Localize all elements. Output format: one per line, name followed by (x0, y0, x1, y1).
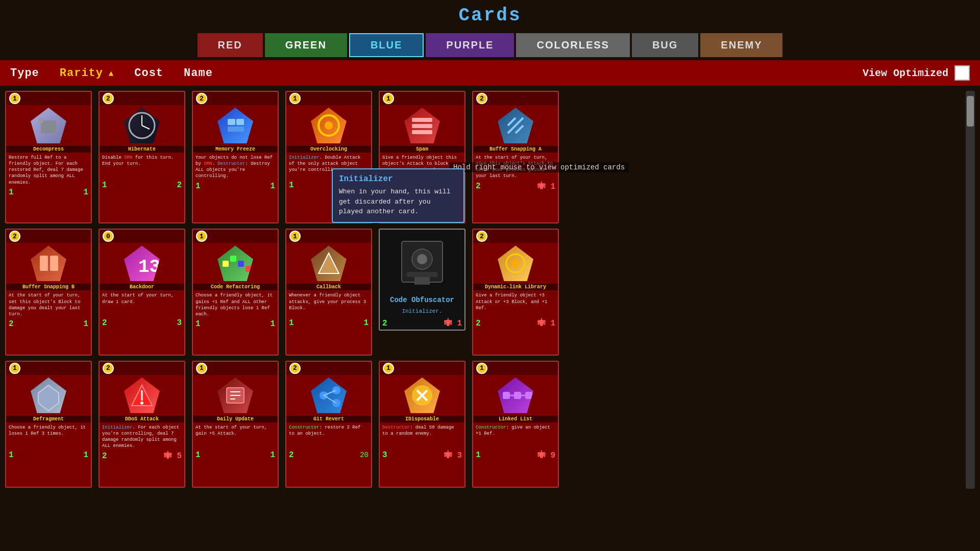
name-defragment: Defragment (6, 416, 91, 422)
filter-type[interactable]: Type (10, 67, 39, 80)
name-spam: Spam (380, 146, 464, 153)
svg-rect-1 (38, 118, 43, 123)
desc-hibernate: Disable SMN for this turn. End your turn… (100, 153, 184, 181)
svg-rect-22 (407, 272, 437, 277)
svg-point-23 (417, 254, 427, 264)
svg-rect-7 (228, 127, 244, 132)
card-hibernate[interactable]: 2 Hibernate Disable SMN for this turn. E… (99, 91, 185, 223)
name-code-obfuscator: Code Obfuscator (380, 294, 464, 306)
card-decompress[interactable]: 1 Decompress Restore full Ref to a frien… (5, 91, 92, 223)
desc-code-obfuscator: Initializer. (380, 306, 464, 318)
svg-rect-13 (40, 256, 48, 271)
card-idisposable[interactable]: 1 IDisposable Destructor: deal 50 damage… (379, 361, 465, 488)
card-code-refactoring[interactable]: 1 Code Refactoring Choose a friendly obj… (192, 229, 279, 355)
card-buffer-snap-a[interactable]: 2 Buffer Snapping A At the start of your… (472, 91, 559, 223)
cost-backdoor: 0 (103, 231, 114, 242)
name-buffer-snap-a: Buffer Snapping A (473, 146, 558, 153)
cost-buffer-snap-a: 2 (476, 93, 487, 104)
card-git-revert[interactable]: 2 Git Revert Constructor: restore 2 Ref … (285, 361, 372, 488)
card-defragment[interactable]: 1 Defragment Choose a friendly object, i… (5, 361, 92, 488)
cost-overclocking: 1 (289, 93, 301, 104)
name-git-revert: Git Revert (286, 416, 371, 422)
desc-git-revert: Constructor: restore 2 Ref to an object. (286, 422, 371, 450)
svg-rect-16 (223, 261, 229, 267)
svg-point-9 (325, 121, 333, 130)
desc-code-refactoring: Choose a friendly object, it gains +1 Re… (193, 290, 278, 319)
cost-code-refactoring: 1 (196, 231, 207, 242)
cost-git-revert: 2 (289, 363, 301, 374)
name-callback: Callback (286, 284, 371, 290)
page-title: Cards (0, 0, 980, 30)
card-code-obfuscator[interactable]: Code Obfuscator Initializer. 2 🕷 1 (379, 229, 465, 331)
card-backdoor[interactable]: 0 13 Backdoor At the start of your turn,… (99, 229, 185, 355)
name-memory-freeze: Memory Freeze (193, 146, 278, 153)
initializer-tooltip: Initializer When in your hand, this will… (332, 168, 464, 223)
name-dll: Dynamic-link Library (473, 284, 558, 290)
desc-idisposable: Destructor: deal 50 damage to a random e… (380, 422, 464, 450)
svg-rect-11 (412, 124, 432, 128)
card-daily-update[interactable]: 1 Daily Update At the start of your turn… (192, 361, 279, 488)
view-optimized-toggle[interactable] (954, 65, 970, 81)
hint-bar: Hold right mouse to view optimized cards (449, 162, 629, 172)
svg-line-4 (142, 126, 150, 129)
name-idisposable: IDisposable (380, 416, 464, 422)
tab-bug[interactable]: BUG (632, 33, 698, 57)
cost-buffer-snap-b: 2 (9, 231, 20, 242)
cost-linked-list: 1 (476, 363, 487, 374)
desc-linked-list: Constructor: give an object +1 Ref. (473, 422, 558, 450)
name-backdoor: Backdoor (100, 284, 184, 290)
cost-spam: 1 (383, 93, 394, 104)
filter-name[interactable]: Name (184, 67, 213, 80)
svg-rect-18 (238, 261, 244, 267)
filter-cost[interactable]: Cost (134, 67, 163, 80)
name-code-refactoring: Code Refactoring (193, 284, 278, 290)
svg-rect-43 (525, 392, 532, 399)
desc-decompress: Restore full Ref to a friendly object. F… (6, 153, 91, 188)
tab-colorless[interactable]: COLORLESS (516, 33, 629, 57)
tooltip-title: Initializer (339, 174, 457, 184)
cost-dll: 2 (476, 231, 487, 242)
tooltip-text: When in your hand, this will get discard… (339, 187, 457, 217)
scrollbar[interactable] (966, 91, 975, 489)
svg-text:13: 13 (138, 257, 160, 278)
tab-bar: RED GREEN BLUE PURPLE COLORLESS BUG ENEM… (0, 30, 980, 60)
desc-memory-freeze: Your objects do not lose Ref by SMN. Des… (193, 153, 278, 182)
tab-purple[interactable]: PURPLE (426, 33, 514, 57)
svg-rect-41 (514, 392, 521, 399)
cost-idisposable: 1 (383, 363, 394, 374)
name-overclocking: Overclocking (286, 146, 371, 153)
desc-backdoor: At the start of your turn, draw 1 card. (100, 290, 184, 318)
desc-defragment: Choose a friendly object, it loses 1 Ref… (6, 422, 91, 450)
card-linked-list[interactable]: 1 Linked List Constructor: give an objec… (472, 361, 559, 488)
cost-ddos: 2 (103, 363, 114, 374)
cost-memory-freeze: 2 (196, 93, 207, 104)
card-ddos[interactable]: 2 DDoS Attack Initializer. For each obje… (99, 361, 185, 488)
tab-enemy[interactable]: ENEMY (700, 33, 782, 57)
tab-blue[interactable]: BLUE (349, 33, 424, 57)
card-buffer-snap-b[interactable]: 2 Buffer Snapping B At the start of your… (5, 229, 92, 355)
cost-decompress: 1 (9, 93, 20, 104)
desc-ddos: Initializer. For each object you're cont… (100, 422, 184, 452)
svg-rect-5 (228, 119, 235, 125)
svg-rect-10 (412, 118, 432, 122)
name-hibernate: Hibernate (100, 146, 184, 153)
cost-daily-update: 1 (196, 363, 207, 374)
tab-red[interactable]: RED (198, 33, 263, 57)
card-memory-freeze[interactable]: 2 Memory Freeze Your objects do not lose… (192, 91, 279, 223)
svg-rect-24 (414, 277, 430, 285)
svg-point-28 (140, 402, 143, 405)
card-callback[interactable]: 1 Callback Whenever a friendly object at… (285, 229, 372, 355)
cost-defragment: 1 (9, 363, 20, 374)
filter-bar: Type Rarity Cost Name View Optimized (0, 60, 980, 86)
br-decompress: 1 (83, 188, 88, 197)
svg-rect-14 (50, 256, 58, 271)
svg-rect-39 (503, 392, 510, 399)
card-dll[interactable]: 2 Dynamic-link Library Give a friendly o… (472, 229, 559, 355)
svg-line-37 (324, 395, 336, 403)
filter-rarity[interactable]: Rarity (60, 67, 114, 80)
view-optimized-label: View Optimized (863, 67, 948, 79)
tab-green[interactable]: GREEN (265, 33, 347, 57)
scrollbar-thumb[interactable] (967, 96, 974, 127)
desc-callback: Whenever a friendly object attacks, give… (286, 290, 371, 318)
cost-hibernate: 2 (103, 93, 114, 104)
